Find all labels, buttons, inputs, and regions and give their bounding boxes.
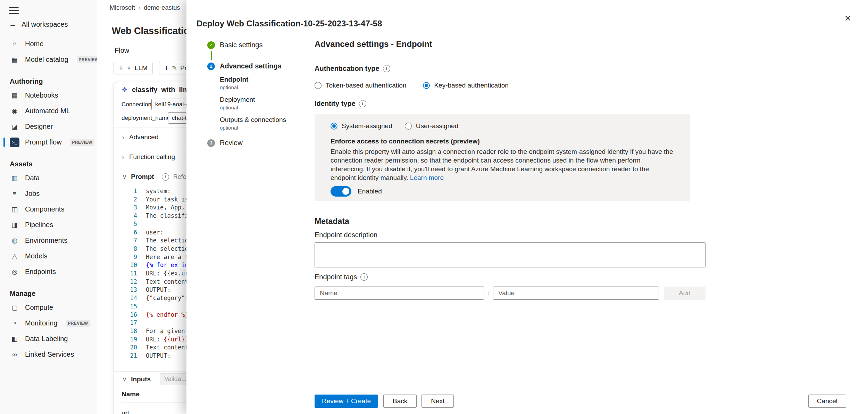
line-number: 18 <box>123 327 137 336</box>
identity-settings-box: System-assigned User-assigned Enforce ac… <box>315 114 690 201</box>
sidebar-item-home[interactable]: ⌂Home <box>0 36 97 52</box>
info-icon[interactable] <box>383 65 390 72</box>
line-text: The selectio <box>146 237 189 245</box>
code-token: The classifi <box>146 212 189 219</box>
radio-token-based-authentication[interactable]: Token-based authentication <box>315 82 406 89</box>
wizard-step-advanced-settings[interactable]: 2Advanced settings <box>207 62 315 70</box>
sidebar-item-label: Prompt flow <box>25 138 62 146</box>
line-number: 2 <box>123 196 137 204</box>
line-text: For a given <box>146 327 185 336</box>
enabled-toggle[interactable] <box>331 186 351 197</box>
radio-label: Key-based authentication <box>434 82 508 89</box>
code-token: The selectio <box>146 237 189 244</box>
wizard-stepper: ✓Basic settings2Advanced settingsEndpoin… <box>207 41 315 147</box>
sidebar-section-assets: Assets <box>0 154 97 170</box>
tag-name-input[interactable] <box>315 287 484 300</box>
add-llm-node-button[interactable]: ✧ LLM <box>114 62 153 74</box>
learn-more-link[interactable]: Learn more <box>410 174 444 181</box>
back-arrow-icon: ← <box>9 20 17 29</box>
substep-endpoint[interactable]: Endpointoptional <box>220 76 315 90</box>
node-title: classify_with_llm <box>132 86 189 94</box>
sidebar-item-models[interactable]: △Models <box>0 248 97 264</box>
endpoint-tags-label: Endpoint tags <box>315 273 868 281</box>
breadcrumb-root[interactable]: Microsoft <box>110 4 135 11</box>
toggle-label: Enabled <box>358 188 382 195</box>
line-number: 15 <box>123 303 137 311</box>
sidebar-item-components[interactable]: ◫Components <box>0 201 97 217</box>
radio-system-assigned[interactable]: System-assigned <box>331 122 392 130</box>
review-create-button[interactable]: Review + Create <box>315 395 378 408</box>
wizard-step-basic-settings[interactable]: ✓Basic settings <box>207 41 315 49</box>
code-token: {% for ex in <box>146 262 189 268</box>
step-2-circle: 2 <box>207 63 215 70</box>
authentication-type-radio-group: Token-based authentication Key-based aut… <box>315 82 868 89</box>
llm-button-label: LLM <box>135 64 148 72</box>
substep-note: optional <box>220 84 315 90</box>
sidebar-item-notebooks[interactable]: ▤Notebooks <box>0 88 97 103</box>
data-labeling-icon: ◧ <box>10 335 19 343</box>
radio-user-assigned[interactable]: User-assigned <box>405 122 459 130</box>
tag-value-input[interactable] <box>493 287 659 300</box>
sidebar-item-prompt-flow[interactable]: >_Prompt flowPREVIEW <box>0 134 97 150</box>
tag-separator: : <box>484 289 493 297</box>
cancel-button[interactable]: Cancel <box>808 395 846 408</box>
sidebar-item-pipelines[interactable]: ◨Pipelines <box>0 217 97 233</box>
sidebar-item-data[interactable]: ▥Data <box>0 170 97 186</box>
add-tag-button[interactable]: Add <box>664 287 706 300</box>
line-number: 5 <box>123 220 137 229</box>
wizard-step-review[interactable]: 3Review <box>207 139 315 147</box>
sidebar-item-label: Model catalog <box>25 56 68 64</box>
identity-type-label: Identity type <box>315 100 868 108</box>
environments-icon: ◍ <box>10 237 19 245</box>
line-text: {% endfor %} <box>146 311 189 319</box>
code-token: {"category": <box>146 295 189 301</box>
sidebar-item-all-workspaces[interactable]: ← All workspaces <box>0 17 68 32</box>
line-number: 11 <box>123 270 137 278</box>
info-icon[interactable] <box>360 273 368 281</box>
endpoint-description-textarea[interactable] <box>315 242 706 267</box>
substep-outputs-connections[interactable]: Outputs & connectionsoptional <box>220 116 315 131</box>
sidebar-item-label: Designer <box>25 123 53 131</box>
sidebar-item-monitoring[interactable]: ◔MonitoringPREVIEW <box>0 315 97 331</box>
radio-key-based-authentication[interactable]: Key-based authentication <box>423 82 508 89</box>
sidebar-item-endpoints[interactable]: ◎Endpoints <box>0 264 97 280</box>
sidebar-item-model-catalog[interactable]: ▦Model catalogPREVIEW <box>0 52 97 67</box>
step-connector <box>211 51 212 60</box>
sidebar-item-environments[interactable]: ◍Environments <box>0 233 97 248</box>
sidebar-item-data-labeling[interactable]: ◧Data Labeling <box>0 331 97 347</box>
substep-label: Outputs & connections <box>220 116 315 124</box>
info-icon[interactable] <box>359 100 366 107</box>
sidebar-item-label: Monitoring <box>25 319 57 327</box>
sidebar-item-label: Data Labeling <box>25 335 68 343</box>
hamburger-menu-icon[interactable] <box>9 6 19 14</box>
line-text: user: <box>146 229 164 237</box>
function-calling-section-label: Function calling <box>129 153 175 161</box>
code-token: user: <box>146 229 164 236</box>
code-token: {% endfor %} <box>146 311 189 318</box>
substep-deployment[interactable]: Deploymentoptional <box>220 96 315 110</box>
tab-flow[interactable]: Flow <box>115 47 129 55</box>
code-token: URL: <box>146 336 164 343</box>
prompt-icon: ✎ <box>172 64 177 72</box>
line-number: 16 <box>123 311 137 319</box>
authentication-type-label: Authentication type <box>315 65 868 73</box>
next-button[interactable]: Next <box>422 395 454 408</box>
preview-badge: PREVIEW <box>66 320 90 327</box>
step-2-label: Advanced settings <box>220 62 282 70</box>
sidebar-item-jobs[interactable]: ≡Jobs <box>0 186 97 201</box>
wizard-substeps: EndpointoptionalDeploymentoptionalOutput… <box>220 76 315 131</box>
breadcrumb-current[interactable]: demo-eastus <box>144 4 180 11</box>
sidebar-item-automated-ml[interactable]: ◉Automated ML <box>0 103 97 119</box>
line-text: {% for ex in <box>146 261 189 270</box>
line-number: 8 <box>123 245 137 253</box>
sidebar-item-label: Data <box>25 174 40 182</box>
sidebar-nav: ⌂Home▦Model catalogPREVIEWAuthoring▤Note… <box>0 36 97 362</box>
sidebar-item-linked-services[interactable]: ∞Linked Services <box>0 347 97 362</box>
sidebar-item-label: Automated ML <box>25 107 70 115</box>
line-number: 7 <box>123 237 137 245</box>
sidebar-item-designer[interactable]: ◪Designer <box>0 119 97 134</box>
sidebar-item-compute[interactable]: ▢Compute <box>0 300 97 315</box>
back-button[interactable]: Back <box>383 395 417 408</box>
line-text: Your task is <box>146 196 189 204</box>
line-text: OUTPUT: <box>146 352 171 360</box>
